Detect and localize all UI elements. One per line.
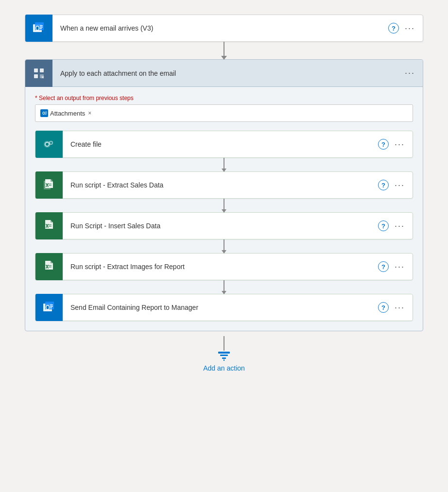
loop-label: Apply to each attachment on the email bbox=[52, 69, 405, 77]
outlook-svg bbox=[31, 20, 47, 36]
run-script-1-label: Run script - Extract Sales Data bbox=[63, 181, 378, 189]
create-file-more-button[interactable]: ··· bbox=[395, 139, 405, 150]
loop-actions: ··· bbox=[405, 68, 423, 78]
svg-rect-16 bbox=[45, 114, 47, 115]
excel-icon-3 bbox=[35, 253, 63, 280]
loop-container: Apply to each attachment on the email ··… bbox=[25, 59, 423, 331]
svg-rect-27 bbox=[49, 226, 52, 227]
run-script-1-actions: ? ··· bbox=[378, 180, 413, 190]
run-script-2-more-button[interactable]: ··· bbox=[395, 221, 405, 231]
svg-point-33 bbox=[47, 306, 49, 309]
step-run-script-1: Run script - Extract Sales Data ? ··· bbox=[35, 171, 413, 199]
svg-rect-15 bbox=[45, 113, 47, 114]
trigger-help-button[interactable]: ? bbox=[388, 23, 399, 34]
loop-svg bbox=[31, 66, 47, 81]
loop-header: Apply to each attachment on the email ··… bbox=[25, 60, 423, 87]
svg-rect-28 bbox=[49, 265, 52, 266]
trigger-label: When a new email arrives (V3) bbox=[52, 24, 388, 32]
attachments-remove-button[interactable]: × bbox=[88, 110, 91, 117]
run-script-3-label: Run script - Extract Images for Report bbox=[63, 263, 378, 271]
inner-connector-3 bbox=[224, 239, 224, 253]
trigger-icon bbox=[25, 15, 52, 42]
connector-1 bbox=[224, 42, 224, 59]
svg-rect-36 bbox=[50, 307, 52, 308]
send-email-label: Send Email Containing Report to Manager bbox=[63, 304, 378, 311]
svg-rect-6 bbox=[40, 28, 42, 29]
svg-rect-8 bbox=[40, 68, 44, 72]
loop-more-button[interactable]: ··· bbox=[405, 68, 415, 78]
sharepoint-icon bbox=[35, 131, 63, 158]
step-run-script-2: Run Script - Insert Sales Data ? ··· bbox=[35, 212, 413, 239]
inner-connector-4 bbox=[224, 280, 224, 294]
svg-point-19 bbox=[46, 143, 49, 146]
create-file-actions: ? ··· bbox=[378, 139, 413, 150]
flow-canvas: When a new email arrives (V3) ? ··· Appl… bbox=[0, 0, 448, 492]
add-action-label: Add an action bbox=[203, 364, 245, 372]
add-action-icon bbox=[217, 351, 231, 361]
send-email-help-button[interactable]: ? bbox=[378, 302, 389, 313]
inner-connector-2 bbox=[224, 199, 224, 212]
attachment-tag: Attachments × bbox=[40, 109, 91, 117]
svg-rect-7 bbox=[34, 68, 38, 72]
run-script-2-actions: ? ··· bbox=[378, 221, 413, 231]
svg-rect-29 bbox=[49, 267, 52, 268]
trigger-actions: ? ··· bbox=[388, 23, 423, 34]
bottom-connector-line bbox=[224, 336, 224, 351]
run-script-3-actions: ? ··· bbox=[378, 261, 413, 272]
svg-rect-5 bbox=[40, 27, 43, 28]
excel-svg-3 bbox=[41, 259, 57, 274]
run-script-2-label: Run Script - Insert Sales Data bbox=[63, 222, 378, 230]
run-script-1-help-button[interactable]: ? bbox=[378, 180, 389, 190]
svg-rect-38 bbox=[220, 355, 228, 356]
send-email-actions: ? ··· bbox=[378, 302, 413, 313]
add-action-button[interactable]: Add an action bbox=[203, 351, 245, 372]
svg-rect-35 bbox=[50, 306, 53, 307]
svg-rect-9 bbox=[34, 74, 38, 78]
attachments-tag-label: Attachments bbox=[50, 110, 85, 117]
run-script-3-help-button[interactable]: ? bbox=[378, 261, 389, 272]
excel-icon-1 bbox=[35, 171, 63, 199]
sharepoint-svg bbox=[41, 136, 57, 152]
outlook-icon-2 bbox=[35, 294, 63, 321]
step-create-file: Create file ? ··· bbox=[35, 131, 413, 158]
svg-rect-14 bbox=[45, 112, 47, 112]
send-email-more-button[interactable]: ··· bbox=[395, 303, 405, 313]
svg-rect-39 bbox=[222, 357, 226, 359]
run-script-2-help-button[interactable]: ? bbox=[378, 221, 389, 231]
step-run-script-3: Run script - Extract Images for Report ?… bbox=[35, 253, 413, 280]
step-send-email: Send Email Containing Report to Manager … bbox=[35, 294, 413, 321]
loop-body: * Select an output from previous steps A… bbox=[25, 87, 423, 331]
svg-rect-40 bbox=[224, 359, 224, 361]
excel-icon-2 bbox=[35, 212, 63, 239]
attachments-field[interactable]: Attachments × bbox=[35, 104, 413, 122]
excel-svg-1 bbox=[41, 177, 57, 193]
svg-point-21 bbox=[50, 142, 52, 144]
trigger-step: When a new email arrives (V3) ? ··· bbox=[25, 15, 423, 42]
svg-rect-26 bbox=[49, 224, 52, 225]
outlook-svg-2 bbox=[41, 300, 57, 315]
svg-rect-37 bbox=[218, 352, 230, 354]
loop-icon bbox=[25, 60, 52, 87]
svg-rect-24 bbox=[49, 184, 52, 185]
create-file-label: Create file bbox=[63, 140, 378, 148]
create-file-help-button[interactable]: ? bbox=[378, 139, 389, 150]
select-output-label: * Select an output from previous steps bbox=[35, 95, 413, 102]
run-script-1-more-button[interactable]: ··· bbox=[395, 180, 405, 190]
add-action-area: Add an action bbox=[203, 336, 245, 372]
svg-point-13 bbox=[43, 112, 45, 114]
run-script-3-more-button[interactable]: ··· bbox=[395, 262, 405, 272]
svg-rect-34 bbox=[50, 305, 53, 305]
svg-rect-4 bbox=[40, 25, 43, 26]
excel-svg-2 bbox=[41, 218, 57, 234]
trigger-more-button[interactable]: ··· bbox=[405, 23, 415, 34]
inner-connector-1 bbox=[224, 158, 224, 171]
attachment-outlook-icon bbox=[40, 109, 48, 117]
svg-rect-25 bbox=[49, 185, 52, 186]
svg-point-3 bbox=[36, 27, 39, 30]
